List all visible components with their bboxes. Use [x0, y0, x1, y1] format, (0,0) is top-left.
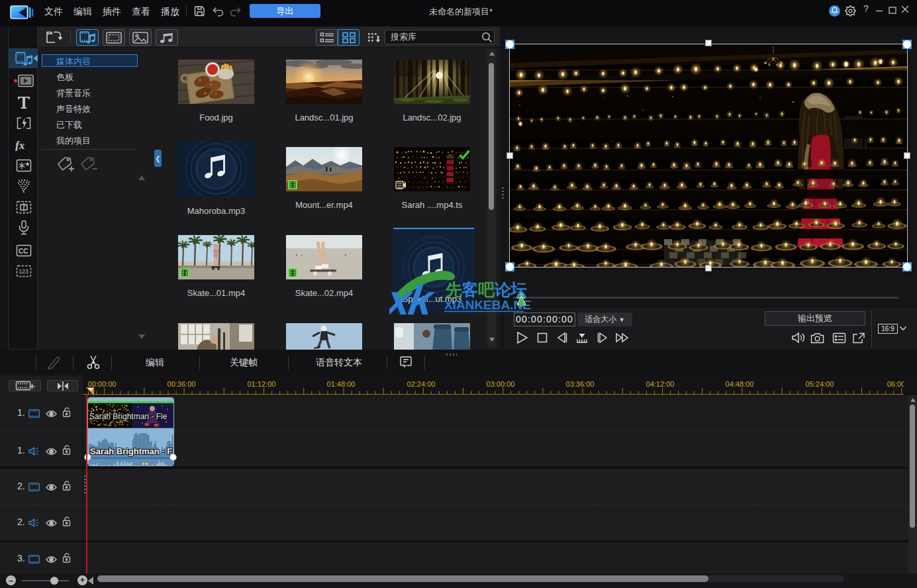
svg-text:02:24:00: 02:24:00	[407, 380, 436, 388]
svg-text:04:48:00: 04:48:00	[726, 380, 754, 388]
svg-text:?: ?	[863, 4, 869, 14]
svg-text:03:36:00: 03:36:00	[566, 380, 595, 388]
svg-text:06:00:0: 06:00:0	[887, 380, 904, 388]
svg-text:00:36:00: 00:36:00	[168, 380, 196, 388]
svg-text:fx: fx	[15, 139, 25, 151]
svg-text:先客吧论坛: 先客吧论坛	[445, 280, 527, 299]
svg-text:01:48:00: 01:48:00	[327, 380, 356, 388]
svg-text:05:24:00: 05:24:00	[806, 380, 834, 388]
svg-text:03:00:00: 03:00:00	[487, 380, 515, 388]
svg-text:xk: xk	[389, 276, 438, 317]
svg-text:123: 123	[19, 268, 28, 275]
svg-text:CC: CC	[19, 247, 28, 254]
svg-text:04:12:00: 04:12:00	[646, 380, 675, 388]
svg-text:01:12:00: 01:12:00	[248, 380, 276, 388]
